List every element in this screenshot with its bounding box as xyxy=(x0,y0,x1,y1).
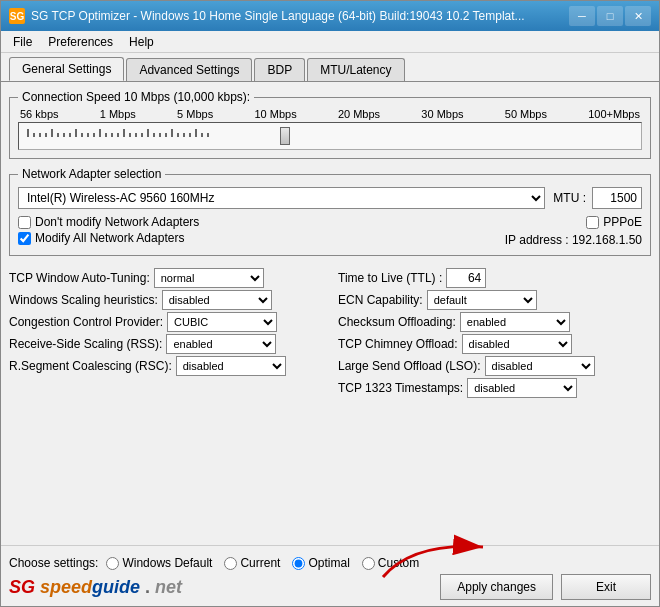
ttl-label: Time to Live (TTL) : xyxy=(338,271,442,285)
adapter-row: Intel(R) Wireless-AC 9560 160MHz MTU : xyxy=(18,187,642,209)
large-send-offload-row: Large Send Offload (LSO): disabledenable… xyxy=(338,356,651,376)
mtu-input[interactable] xyxy=(592,187,642,209)
main-content: Connection Speed 10 Mbps (10,000 kbps): … xyxy=(1,81,659,545)
close-button[interactable]: ✕ xyxy=(625,6,651,26)
title-bar: SG SG TCP Optimizer - Windows 10 Home Si… xyxy=(1,1,659,31)
current-radio[interactable] xyxy=(224,557,237,570)
ecn-capability-label: ECN Capability: xyxy=(338,293,423,307)
radio-group: Windows Default Current Optimal Custom xyxy=(106,556,419,570)
apply-button[interactable]: Apply changes xyxy=(440,574,553,600)
logo-dot: . xyxy=(140,577,155,597)
pppoe-row: PPPoE xyxy=(334,215,642,229)
modify-all-label: Modify All Network Adapters xyxy=(35,231,184,245)
menu-bar: File Preferences Help xyxy=(1,31,659,53)
ip-value: 192.168.1.50 xyxy=(572,233,642,247)
congestion-control-provider-select[interactable]: CUBICCTCPdefault xyxy=(167,312,277,332)
receive-side-scaling-row: Receive-Side Scaling (RSS): enableddisab… xyxy=(9,334,322,354)
checksum-offloading-select[interactable]: enableddisabled xyxy=(460,312,570,332)
tcp-chimney-offload-select[interactable]: disabledenabled xyxy=(462,334,572,354)
window-controls: ─ □ ✕ xyxy=(569,6,651,26)
minimize-button[interactable]: ─ xyxy=(569,6,595,26)
tcp-timestamps-select[interactable]: disabledenabled xyxy=(467,378,577,398)
windows-default-radio[interactable] xyxy=(106,557,119,570)
rsegment-coalescing-label: R.Segment Coalescing (RSC): xyxy=(9,359,172,373)
menu-help[interactable]: Help xyxy=(121,33,162,51)
windows-scaling-heuristics-row: Windows Scaling heuristics: disabledenab… xyxy=(9,290,322,310)
ttl-input[interactable] xyxy=(446,268,486,288)
custom-radio[interactable] xyxy=(362,557,375,570)
tcp-chimney-offload-label: TCP Chimney Offload: xyxy=(338,337,458,351)
tab-bar: General Settings Advanced Settings BDP M… xyxy=(1,53,659,81)
speed-slider-handle[interactable] xyxy=(280,127,290,145)
adapter-select-wrapper: Intel(R) Wireless-AC 9560 160MHz xyxy=(18,187,545,209)
speed-label-50m: 50 Mbps xyxy=(505,108,547,120)
tcp-window-auto-tuning-row: TCP Window Auto-Tuning: normaldisabledhi… xyxy=(9,268,322,288)
checksum-offloading-row: Checksum Offloading: enableddisabled xyxy=(338,312,651,332)
tab-mtu-latency[interactable]: MTU/Latency xyxy=(307,58,404,81)
modify-all-checkbox[interactable] xyxy=(18,232,31,245)
optimal-label: Optimal xyxy=(308,556,349,570)
connection-speed-group: Connection Speed 10 Mbps (10,000 kbps): … xyxy=(9,90,651,159)
logo: SG speedguide . net xyxy=(9,577,182,598)
rsegment-coalescing-select[interactable]: disabledenabled xyxy=(176,356,286,376)
large-send-offload-label: Large Send Offload (LSO): xyxy=(338,359,481,373)
tcp-left-column: TCP Window Auto-Tuning: normaldisabledhi… xyxy=(9,268,322,400)
checksum-offloading-label: Checksum Offloading: xyxy=(338,315,456,329)
speed-label-56k: 56 kbps xyxy=(20,108,59,120)
congestion-control-provider-label: Congestion Control Provider: xyxy=(9,315,163,329)
window-title: SG TCP Optimizer - Windows 10 Home Singl… xyxy=(31,9,569,23)
rsegment-coalescing-row: R.Segment Coalescing (RSC): disabledenab… xyxy=(9,356,322,376)
adapter-select[interactable]: Intel(R) Wireless-AC 9560 160MHz xyxy=(18,187,545,209)
tcp-chimney-offload-row: TCP Chimney Offload: disabledenabled xyxy=(338,334,651,354)
windows-default-option[interactable]: Windows Default xyxy=(106,556,212,570)
speed-tick-marks xyxy=(23,125,637,137)
mtu-label: MTU : xyxy=(553,191,586,205)
logo-speed: speed xyxy=(40,577,92,597)
speed-labels: 56 kbps 1 Mbps 5 Mbps 10 Mbps 20 Mbps 30… xyxy=(18,108,642,120)
pppoe-checkbox[interactable] xyxy=(586,216,599,229)
pppoe-ip-section: PPPoE IP address : 192.168.1.50 xyxy=(334,215,642,247)
menu-file[interactable]: File xyxy=(5,33,40,51)
mtu-section: MTU : xyxy=(553,187,642,209)
current-option[interactable]: Current xyxy=(224,556,280,570)
speed-label-100m: 100+Mbps xyxy=(588,108,640,120)
tcp-window-auto-tuning-select[interactable]: normaldisabledhighlyrestricted xyxy=(154,268,264,288)
network-adapter-legend: Network Adapter selection xyxy=(18,167,165,181)
tcp-right-column: Time to Live (TTL) : ECN Capability: def… xyxy=(338,268,651,400)
tab-general-settings[interactable]: General Settings xyxy=(9,57,124,81)
ecn-capability-row: ECN Capability: defaultdisabledenabled xyxy=(338,290,651,310)
logo-area: SG speedguide . net xyxy=(9,577,432,598)
dont-modify-checkbox[interactable] xyxy=(18,216,31,229)
windows-scaling-heuristics-select[interactable]: disabledenabled xyxy=(162,290,272,310)
dont-modify-label: Don't modify Network Adapters xyxy=(35,215,199,229)
tab-bdp[interactable]: BDP xyxy=(254,58,305,81)
maximize-button[interactable]: □ xyxy=(597,6,623,26)
optimal-option[interactable]: Optimal xyxy=(292,556,349,570)
choose-settings-label: Choose settings: xyxy=(9,556,98,570)
ip-label: IP address : xyxy=(505,233,569,247)
main-window: SG SG TCP Optimizer - Windows 10 Home Si… xyxy=(0,0,660,607)
congestion-control-provider-row: Congestion Control Provider: CUBICCTCPde… xyxy=(9,312,322,332)
network-adapter-group: Network Adapter selection Intel(R) Wirel… xyxy=(9,167,651,256)
tcp-timestamps-row: TCP 1323 Timestamps: disabledenabled xyxy=(338,378,651,398)
menu-preferences[interactable]: Preferences xyxy=(40,33,121,51)
tab-advanced-settings[interactable]: Advanced Settings xyxy=(126,58,252,81)
pppoe-label: PPPoE xyxy=(603,215,642,229)
logo-net: net xyxy=(155,577,182,597)
optimal-radio[interactable] xyxy=(292,557,305,570)
ttl-row: Time to Live (TTL) : xyxy=(338,268,651,288)
windows-default-label: Windows Default xyxy=(122,556,212,570)
logo-sg: SG xyxy=(9,577,35,597)
app-icon: SG xyxy=(9,8,25,24)
large-send-offload-select[interactable]: disabledenabled xyxy=(485,356,595,376)
modify-all-row: Modify All Network Adapters xyxy=(18,231,326,245)
tcp-timestamps-label: TCP 1323 Timestamps: xyxy=(338,381,463,395)
receive-side-scaling-select[interactable]: enableddisabled xyxy=(166,334,276,354)
ip-info: IP address : 192.168.1.50 xyxy=(334,233,642,247)
exit-button[interactable]: Exit xyxy=(561,574,651,600)
receive-side-scaling-label: Receive-Side Scaling (RSS): xyxy=(9,337,162,351)
custom-option[interactable]: Custom xyxy=(362,556,419,570)
ecn-capability-select[interactable]: defaultdisabledenabled xyxy=(427,290,537,310)
logo-guide: guide xyxy=(92,577,140,597)
current-label: Current xyxy=(240,556,280,570)
